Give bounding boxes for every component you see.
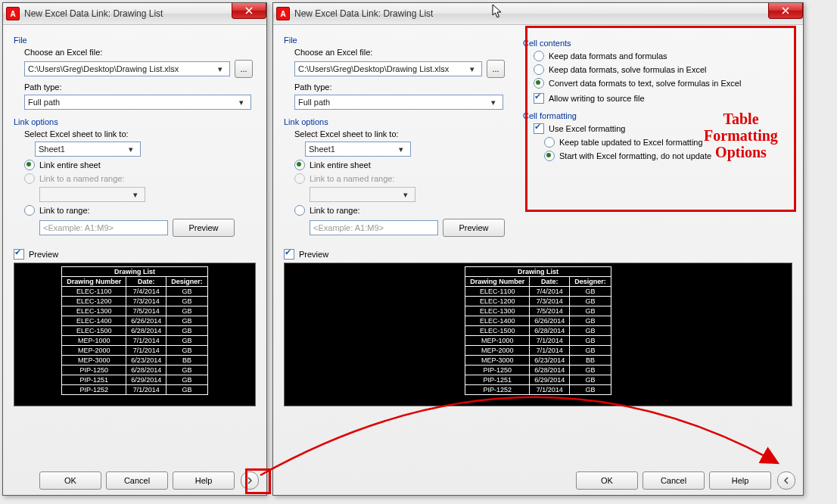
window-title: New Excel Data Link: Drawing List bbox=[24, 8, 163, 19]
preview-pane: Drawing ListDrawing NumberDate:Designer:… bbox=[284, 263, 792, 406]
help-button[interactable]: Help bbox=[709, 471, 771, 490]
preview-checkbox[interactable] bbox=[284, 249, 294, 260]
preview-table: Drawing ListDrawing NumberDate:Designer:… bbox=[465, 266, 611, 395]
radio-named-range bbox=[294, 173, 305, 184]
radio-entire-sheet[interactable] bbox=[24, 160, 35, 170]
link-section-label: Link options bbox=[284, 117, 511, 126]
choose-file-label: Choose an Excel file: bbox=[294, 48, 511, 57]
button-row: OK Cancel Help bbox=[571, 471, 795, 490]
pathtype-value: Full path bbox=[298, 98, 330, 107]
radio-named-range bbox=[24, 173, 35, 184]
preview-pane: Drawing ListDrawing NumberDate:Designer:… bbox=[14, 263, 256, 406]
annotation-box-expand bbox=[245, 468, 271, 494]
ok-button[interactable]: OK bbox=[576, 471, 638, 490]
choose-file-label: Choose an Excel file: bbox=[24, 48, 256, 57]
chevron-down-icon: ▾ bbox=[235, 98, 247, 107]
radio-entire-sheet[interactable] bbox=[294, 160, 305, 170]
titlebar: A New Excel Data Link: Drawing List bbox=[273, 3, 803, 25]
radio-link-range[interactable] bbox=[24, 205, 35, 216]
file-path-combo[interactable]: C:\Users\Greg\Desktop\Drawing List.xlsx▾ bbox=[294, 61, 482, 76]
range-input[interactable]: <Example: A1:M9> bbox=[310, 220, 438, 235]
pathtype-combo[interactable]: Full path▾ bbox=[24, 95, 251, 110]
file-section-label: File bbox=[14, 36, 256, 45]
cancel-button[interactable]: Cancel bbox=[106, 471, 168, 490]
preview-checkbox[interactable] bbox=[14, 249, 24, 260]
link-range-label: Link to range: bbox=[39, 206, 90, 215]
button-row: OK Cancel Help bbox=[35, 471, 259, 490]
pathtype-label: Path type: bbox=[24, 82, 256, 92]
chevron-down-icon: ▾ bbox=[395, 145, 407, 154]
chevron-down-icon: ▾ bbox=[487, 98, 499, 107]
entire-sheet-label: Link entire sheet bbox=[39, 160, 101, 170]
entire-sheet-label: Link entire sheet bbox=[310, 160, 371, 170]
select-sheet-label: Select Excel sheet to link to: bbox=[294, 129, 511, 138]
ok-button[interactable]: OK bbox=[39, 471, 101, 490]
range-input[interactable]: <Example: A1:M9> bbox=[39, 220, 168, 235]
radio-link-range[interactable] bbox=[294, 205, 305, 216]
named-range-combo: ▾ bbox=[39, 187, 145, 202]
dialog-collapsed: A New Excel Data Link: Drawing List File… bbox=[2, 2, 267, 496]
named-range-label: Link to a named range: bbox=[39, 174, 125, 183]
link-section-label: Link options bbox=[14, 117, 256, 126]
close-button[interactable] bbox=[232, 3, 266, 19]
sheet-value: Sheet1 bbox=[309, 145, 335, 154]
sheet-combo[interactable]: Sheet1▾ bbox=[35, 142, 141, 157]
file-section-label: File bbox=[284, 36, 511, 45]
titlebar: A New Excel Data Link: Drawing List bbox=[3, 3, 266, 25]
dialog-content: File Choose an Excel file: C:\Users\Greg… bbox=[3, 25, 266, 496]
browse-button[interactable]: ... bbox=[235, 60, 253, 78]
browse-button[interactable]: ... bbox=[487, 60, 505, 78]
close-button[interactable] bbox=[768, 3, 803, 19]
chevron-down-icon: ▾ bbox=[466, 64, 478, 74]
preview-button[interactable]: Preview bbox=[443, 219, 505, 237]
cancel-button[interactable]: Cancel bbox=[643, 471, 705, 490]
preview-label: Preview bbox=[29, 250, 58, 259]
close-icon bbox=[782, 7, 789, 14]
preview-button[interactable]: Preview bbox=[173, 219, 235, 237]
pathtype-value: Full path bbox=[28, 98, 60, 107]
file-path-combo[interactable]: C:\Users\Greg\Desktop\Drawing List.xlsx▾ bbox=[24, 61, 230, 76]
link-range-label: Link to range: bbox=[310, 206, 360, 215]
file-path-value: C:\Users\Greg\Desktop\Drawing List.xlsx bbox=[298, 64, 449, 73]
sheet-combo[interactable]: Sheet1▾ bbox=[305, 142, 411, 157]
preview-table: Drawing ListDrawing NumberDate:Designer:… bbox=[61, 266, 208, 395]
select-sheet-label: Select Excel sheet to link to: bbox=[24, 129, 256, 138]
app-icon: A bbox=[6, 7, 20, 20]
named-range-label: Link to a named range: bbox=[310, 174, 395, 183]
chevron-left-icon bbox=[783, 477, 790, 484]
chevron-down-icon: ▾ bbox=[129, 190, 142, 200]
preview-label: Preview bbox=[299, 250, 328, 259]
sheet-value: Sheet1 bbox=[39, 145, 65, 154]
chevron-down-icon: ▾ bbox=[214, 64, 226, 74]
chevron-down-icon: ▾ bbox=[400, 190, 412, 200]
close-icon bbox=[245, 7, 253, 14]
cursor-icon bbox=[492, 4, 503, 19]
pathtype-combo[interactable]: Full path▾ bbox=[294, 95, 503, 110]
file-path-value: C:\Users\Greg\Desktop\Drawing List.xlsx bbox=[28, 64, 179, 73]
app-icon: A bbox=[276, 7, 290, 20]
chevron-down-icon: ▾ bbox=[125, 145, 137, 154]
annotation-text: TableFormattingOptions bbox=[692, 110, 790, 160]
window-title: New Excel Data Link: Drawing List bbox=[294, 8, 433, 19]
named-range-combo: ▾ bbox=[310, 187, 415, 202]
collapse-button[interactable] bbox=[777, 471, 795, 490]
help-button[interactable]: Help bbox=[173, 471, 235, 490]
pathtype-label: Path type: bbox=[294, 82, 511, 92]
